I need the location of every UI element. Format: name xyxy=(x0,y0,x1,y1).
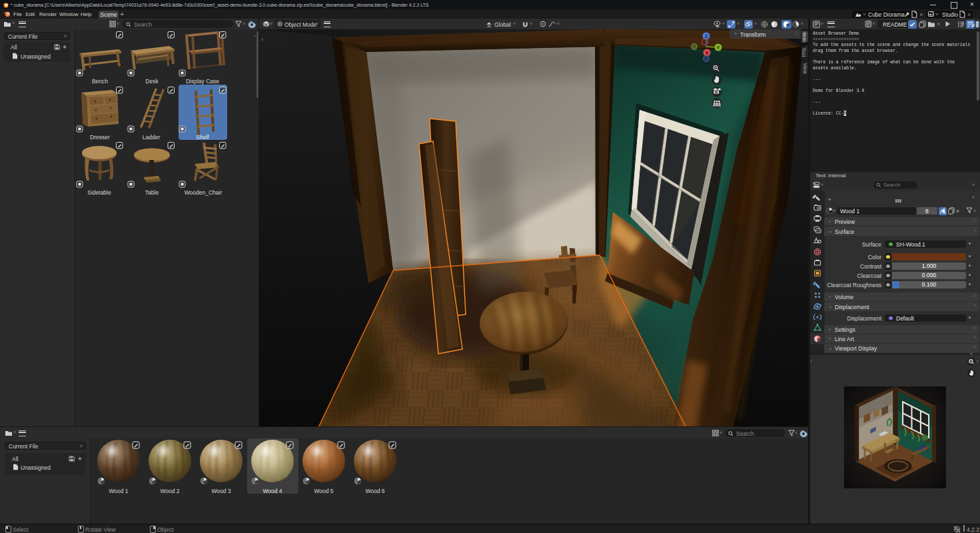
svg-text:Z: Z xyxy=(705,33,708,39)
svg-text:Y: Y xyxy=(716,45,720,51)
svg-text:X: X xyxy=(705,50,708,56)
